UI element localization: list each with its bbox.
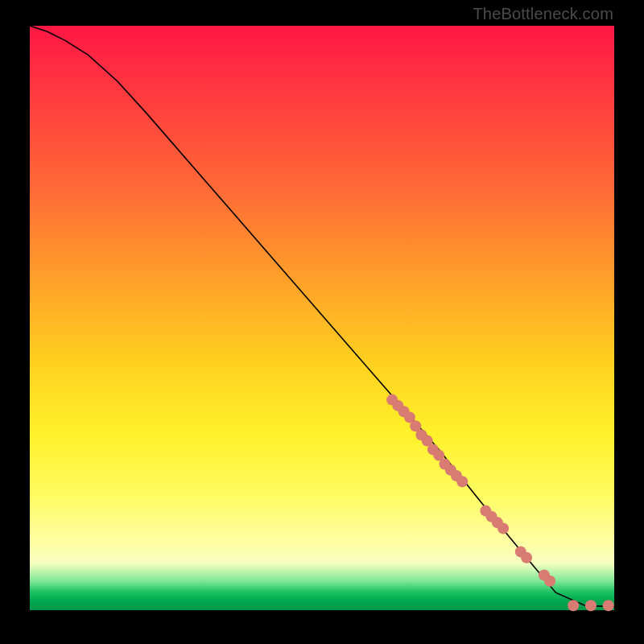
data-marker <box>568 600 579 611</box>
plot-area <box>30 26 614 610</box>
data-marker <box>585 600 597 611</box>
data-marker <box>456 476 468 487</box>
curve-line <box>30 26 614 607</box>
chart-frame: TheBottleneck.com <box>0 0 644 644</box>
watermark-text: TheBottleneck.com <box>473 5 613 23</box>
chart-svg <box>30 26 614 610</box>
marker-group <box>386 394 614 612</box>
data-marker <box>603 600 614 611</box>
data-marker <box>544 576 555 587</box>
data-marker <box>521 552 532 564</box>
data-marker <box>497 522 509 534</box>
